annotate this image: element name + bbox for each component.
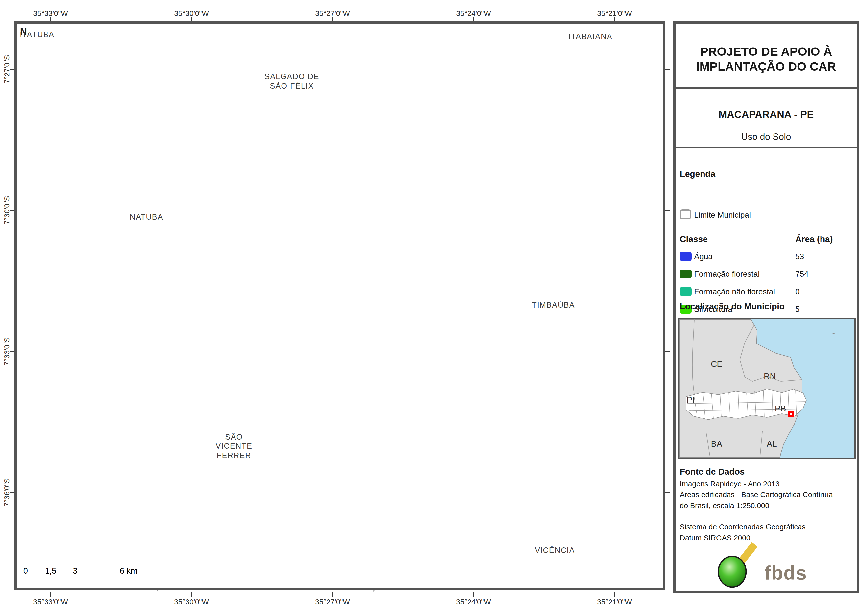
limite-municipal-swatch — [680, 209, 691, 219]
tick-bottom-4: 35°24'0"W — [456, 598, 491, 606]
fbds-wordmark: fbds — [764, 562, 807, 584]
logo-sphere — [718, 556, 746, 587]
project-title-line1: PROJETO DE APOIO À — [700, 45, 832, 58]
tick-top-2: 35°30'0"W — [174, 9, 209, 17]
tick-top-5: 35°21'0"W — [597, 9, 632, 17]
legend-col-area: Área (ha) — [795, 234, 833, 244]
label-timbauba: TIMBAÚBA — [532, 301, 575, 309]
panel-divider-1 — [673, 87, 859, 89]
panel-divider-2 — [673, 147, 859, 148]
locator-map — [678, 318, 856, 459]
label-salgado-2: SÃO FÉLIX — [270, 82, 314, 90]
legend-swatch-formacao-nao-florestal — [680, 287, 691, 296]
tick-left-4: 7°36'0"S — [3, 478, 11, 507]
locator-marker-center — [790, 413, 792, 415]
fonte-line-4: Sistema de Coordenadas Geográficas — [680, 523, 806, 531]
map-theme: Uso do Solo — [741, 132, 791, 142]
tick-left-2: 7°30'0"S — [3, 196, 11, 224]
tick-left-1: 7°27'0"S — [3, 55, 11, 83]
legend-value-silvicultura: 5 — [795, 305, 800, 314]
map-sheet: 35°33'0"W 35°30'0"W 35°27'0"W 35°24'0"W … — [0, 0, 868, 614]
scale-label-15: 1,5 — [45, 566, 56, 576]
scale-label-3: 3 — [73, 566, 78, 576]
scale-label-6km: 6 km — [120, 566, 138, 576]
tick-top-4: 35°24'0"W — [456, 9, 491, 17]
locator-label-rn: RN — [764, 372, 776, 381]
label-natuba: NATUBA — [130, 213, 163, 221]
tick-bottom-1: 35°33'0"W — [33, 598, 68, 606]
legend-heading: Legenda — [680, 169, 715, 179]
legend-value-formacao-florestal: 754 — [795, 269, 808, 279]
locator-label-pb: PB — [775, 404, 786, 413]
municipality-title: MACAPARANA - PE — [719, 109, 814, 120]
legend-swatch-agua — [680, 252, 691, 261]
legend-value-agua: 53 — [795, 252, 804, 261]
label-svf-1: SÃO — [225, 432, 243, 441]
label-salgado-1: SALGADO DE — [264, 72, 319, 81]
legend-swatch-formacao-florestal — [680, 269, 691, 278]
locator-label-al: AL — [767, 439, 777, 449]
fonte-line-2: Áreas edificadas - Base Cartográfica Con… — [680, 491, 833, 499]
legend-label-agua: Água — [694, 252, 713, 261]
locator-label-ba: BA — [711, 439, 722, 449]
label-itatuba: ITATUBA — [20, 30, 54, 39]
locator-canvas — [679, 320, 854, 458]
label-itabaiana: ITABAIANA — [569, 32, 612, 41]
legend-label-formacao-nao-florestal: Formação não florestal — [694, 287, 775, 296]
legend-label-formacao-florestal: Formação florestal — [694, 269, 760, 279]
locator-label-ce: CE — [711, 359, 722, 369]
project-title-line2: IMPLANTAÇÃO DO CAR — [696, 59, 836, 73]
legend-col-classe: Classe — [680, 234, 708, 244]
fonte-heading: Fonte de Dados — [680, 467, 745, 477]
tick-top-1: 35°33'0"W — [33, 9, 68, 17]
tick-bottom-2: 35°30'0"W — [174, 598, 209, 606]
scale-label-0: 0 — [23, 566, 28, 576]
locator-heading: Localização do Município — [680, 302, 784, 311]
fonte-line-3: do Brasil, escala 1:250.000 — [680, 501, 769, 510]
tick-left-3: 7°33'0"S — [3, 337, 11, 365]
fonte-line-1: Imagens Rapideye - Ano 2013 — [680, 480, 780, 488]
tick-bottom-5: 35°21'0"W — [597, 598, 632, 606]
label-svf-3: FERRER — [217, 451, 251, 460]
tick-bottom-3: 35°27'0"W — [315, 598, 350, 606]
label-vicencia: VICÊNCIA — [535, 546, 575, 555]
label-svf-2: VICENTE — [216, 442, 252, 451]
tick-top-3: 35°27'0"W — [315, 9, 350, 17]
legend-value-formacao-nao-florestal: 0 — [795, 287, 800, 296]
locator-label-pi: PI — [687, 395, 694, 405]
limite-municipal-label: Limite Municipal — [694, 210, 751, 219]
